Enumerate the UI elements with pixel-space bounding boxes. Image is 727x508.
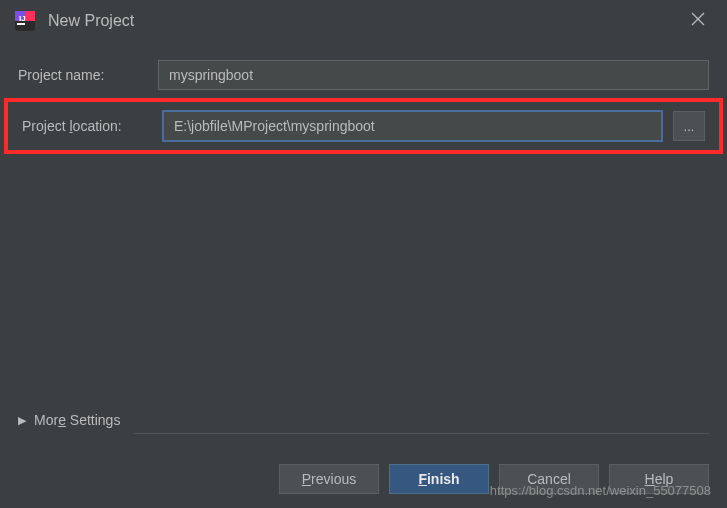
dialog-content: Project name: Project location: ... xyxy=(0,42,727,154)
project-name-label: Project name: xyxy=(18,67,148,83)
close-icon[interactable] xyxy=(683,8,713,34)
cancel-button[interactable]: Cancel xyxy=(499,464,599,494)
project-location-row: Project location: ... xyxy=(22,110,705,142)
intellij-icon: IJ xyxy=(14,10,36,32)
browse-button[interactable]: ... xyxy=(673,111,705,141)
highlight-annotation: Project location: ... xyxy=(4,98,723,154)
project-name-input[interactable] xyxy=(158,60,709,90)
titlebar: IJ New Project xyxy=(0,0,727,42)
svg-text:IJ: IJ xyxy=(19,14,26,23)
button-bar: Previous Finish Cancel Help xyxy=(279,464,709,494)
project-name-row: Project name: xyxy=(0,54,727,96)
more-settings-toggle[interactable]: ▶ More Settings xyxy=(18,412,709,440)
help-button[interactable]: Help xyxy=(609,464,709,494)
window-title: New Project xyxy=(48,12,683,30)
finish-button[interactable]: Finish xyxy=(389,464,489,494)
project-location-input[interactable] xyxy=(162,110,663,142)
svg-rect-3 xyxy=(17,23,25,25)
previous-button[interactable]: Previous xyxy=(279,464,379,494)
chevron-right-icon: ▶ xyxy=(18,414,26,427)
more-settings-label: More Settings xyxy=(34,412,120,428)
project-location-label: Project location: xyxy=(22,118,152,134)
